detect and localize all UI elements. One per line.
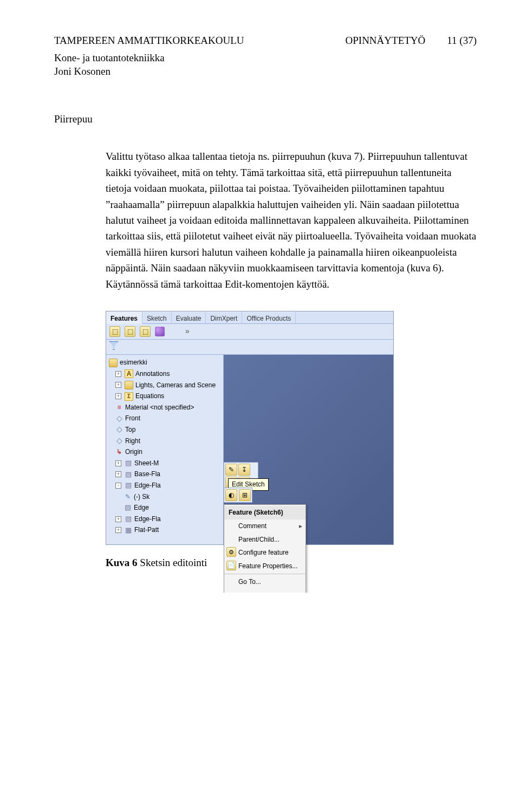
tree-item-top[interactable]: ◇ Top (108, 424, 222, 436)
context-menu: Feature (Sketch6) Comment Parent/Child..… (224, 504, 306, 592)
tree-label: (-) Sk (134, 492, 150, 502)
tree-item-edge[interactable]: ▧ Edge (108, 502, 222, 514)
ctx-goto[interactable]: Go To... (224, 575, 306, 589)
tree-item-flatpatt[interactable]: + ▦ Flat-Patt (108, 524, 222, 536)
sketch-icon: ✎ (124, 493, 132, 501)
toolbar-icon-1[interactable]: ⬚ (109, 326, 120, 337)
ctx-feature-properties[interactable]: 📄 Feature Properties... (224, 560, 306, 573)
flatpattern-icon: ▦ (125, 527, 132, 534)
context-menu-title: Feature (Sketch6) (224, 506, 306, 519)
tree-item-origin[interactable]: ↳ Origin (108, 446, 222, 458)
plane-icon: ◇ (115, 415, 123, 423)
tab-office-products[interactable]: Office Products (242, 311, 296, 323)
tree-item-equations[interactable]: + Σ Equations (108, 391, 222, 402)
tree-label: Edge-Fla (134, 480, 161, 491)
body-paragraph: Valittu työtaso alkaa tallentaa tietoja … (106, 148, 477, 292)
expand-icon[interactable]: + (115, 393, 121, 399)
expand-icon[interactable]: + (115, 471, 121, 477)
tree-label: Lights, Cameras and Scene (135, 380, 216, 391)
expand-icon[interactable]: + (115, 460, 121, 466)
tree-item-front[interactable]: ◇ Front (108, 413, 222, 424)
context-icon-2[interactable]: ↧ (238, 464, 250, 476)
header-program: Kone- ja tuotantotekniikka (54, 51, 477, 65)
expand-icon[interactable]: - (115, 483, 121, 489)
cad-toolbar: ⬚ ⬚ ⬚ » (106, 324, 393, 340)
context-icon-6[interactable]: ⊞ (239, 489, 251, 501)
toolbar-icon-2[interactable]: ⬚ (125, 326, 135, 337)
tree-label: Front (125, 413, 140, 424)
cad-window: Features Sketch Evaluate DimXpert Office… (106, 311, 394, 545)
tree-label: Origin (125, 447, 142, 457)
tree-label: Edge (134, 503, 149, 513)
equations-icon: Σ (125, 392, 133, 401)
sheetmetal-icon: ▧ (125, 459, 132, 467)
expand-icon[interactable]: + (115, 371, 121, 377)
origin-icon: ↳ (115, 449, 123, 456)
section-title: Piirrepuu (54, 111, 477, 127)
tree-label: Flat-Patt (134, 525, 159, 535)
tab-dimxpert[interactable]: DimXpert (206, 311, 242, 323)
tree-item-material[interactable]: ≡ Material <not specified> (108, 402, 222, 413)
ctx-separator (224, 574, 306, 574)
toolbar-expand[interactable]: » (185, 326, 191, 337)
caption-text: Sketsin editointi (138, 557, 207, 568)
tree-item-right[interactable]: ◇ Right (108, 436, 222, 447)
tree-item-annotations[interactable]: + A Annotations (108, 368, 222, 380)
feature-tree: esimerkki + A Annotations + Lights, Came… (106, 355, 224, 544)
ctx-label: Feature Properties... (238, 562, 297, 570)
header-doctype: OPINNÄYTETYÖ (346, 33, 426, 48)
figure-6: Features Sketch Evaluate DimXpert Office… (106, 311, 477, 571)
caption-number: Kuva 6 (106, 557, 138, 568)
tree-item-sheetm[interactable]: + ▧ Sheet-M (108, 458, 222, 469)
header-pagenum: 11 (37) (447, 33, 477, 48)
tree-item-sketch-selected[interactable]: ✎ (-) Sk (108, 491, 222, 503)
tree-label: Top (125, 425, 135, 435)
context-toolbar-2: ◐ ⊞ (224, 488, 252, 503)
tree-item-lights[interactable]: + Lights, Cameras and Scene (108, 380, 222, 391)
tree-item-edgefla1[interactable]: - ▧ Edge-Fla (108, 480, 222, 491)
tree-item-edgefla2[interactable]: + ▧ Edge-Fla (108, 514, 222, 525)
toolbar-icon-3[interactable]: ⬚ (140, 326, 151, 337)
tree-item-basefla[interactable]: + ▧ Base-Fla (108, 469, 222, 480)
ctx-configure[interactable]: ⚙ Configure feature (224, 546, 306, 560)
part-icon (109, 359, 118, 367)
filter-icon[interactable] (109, 341, 119, 350)
edit-sketch-icon[interactable]: ✎ (225, 464, 237, 476)
expand-icon[interactable]: + (115, 527, 121, 533)
toolbar-orb-icon[interactable] (155, 327, 165, 336)
tab-features[interactable]: Features (106, 311, 142, 324)
cad-tabbar: Features Sketch Evaluate DimXpert Office… (106, 311, 393, 324)
tree-root[interactable]: esimerkki (108, 357, 222, 368)
annotations-icon: A (125, 369, 133, 378)
header-right: OPINNÄYTETYÖ 11 (37) (346, 33, 477, 48)
expand-icon[interactable]: + (115, 516, 121, 522)
expand-icon[interactable]: + (115, 382, 121, 388)
ctx-label: Configure feature (238, 549, 289, 556)
filter-row (106, 340, 393, 355)
ctx-collapse[interactable]: Collapse Items (224, 589, 306, 593)
header-author: Joni Kosonen (54, 65, 477, 79)
plane-icon: ◇ (115, 437, 123, 445)
lights-icon (125, 381, 133, 389)
configure-icon: ⚙ (226, 547, 236, 557)
tree-label: Material <not specified> (125, 402, 194, 413)
cad-canvas: ✎ ↧ ◐ ↺ Edit Sketch ◐ ⊞ Feature (Sketch6… (224, 355, 393, 544)
plane-icon: ◇ (115, 426, 123, 433)
tree-label: Equations (135, 391, 164, 401)
tree-root-label: esimerkki (120, 358, 147, 368)
context-icon-5[interactable]: ◐ (225, 489, 237, 501)
edgeflange-icon: ▧ (125, 515, 132, 523)
properties-icon: 📄 (226, 561, 236, 570)
tree-label: Annotations (135, 369, 170, 379)
ctx-comment[interactable]: Comment (224, 519, 306, 533)
tree-label: Edge-Fla (134, 514, 161, 524)
material-icon: ≡ (115, 404, 123, 411)
tree-label: Base-Fla (134, 469, 160, 479)
ctx-parent-child[interactable]: Parent/Child... (224, 533, 306, 547)
edgeflange-icon: ▧ (125, 482, 132, 489)
edge-icon: ▧ (124, 504, 132, 511)
tab-evaluate[interactable]: Evaluate (172, 311, 206, 323)
baseflange-icon: ▧ (125, 471, 132, 478)
header-institution: TAMPEREEN AMMATTIKORKEAKOULU (54, 33, 244, 48)
tab-sketch[interactable]: Sketch (142, 311, 172, 323)
